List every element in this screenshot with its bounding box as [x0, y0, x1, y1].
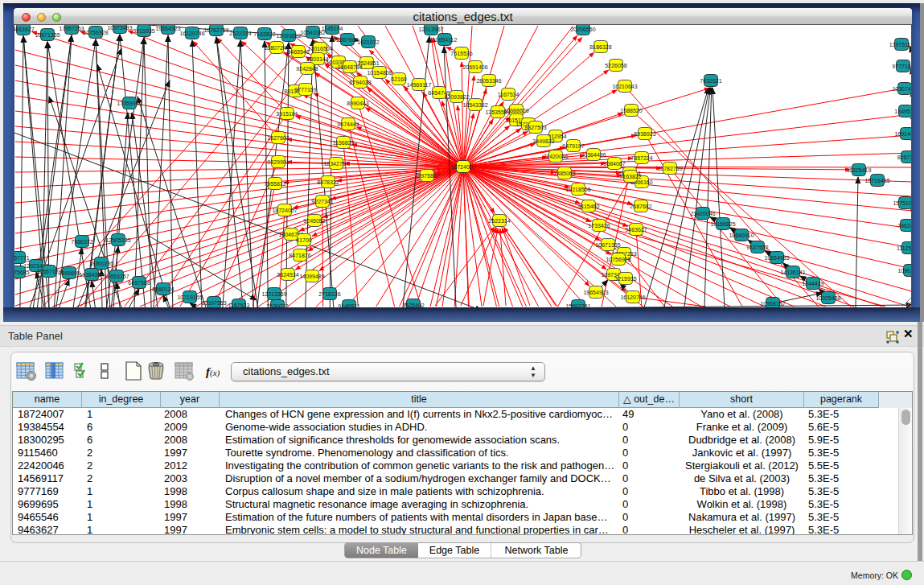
svg-text:16120746: 16120746 — [620, 295, 645, 300]
svg-text:10025488: 10025488 — [815, 295, 840, 301]
svg-text:17016504: 17016504 — [307, 46, 332, 51]
svg-text:20206550: 20206550 — [570, 27, 595, 32]
svg-text:7632621: 7632621 — [700, 78, 721, 84]
svg-text:1145194: 1145194 — [322, 26, 343, 31]
node-table-tab[interactable]: Node Table — [345, 543, 418, 558]
svg-text:8471876: 8471876 — [289, 253, 310, 258]
svg-text:7625402: 7625402 — [402, 303, 424, 308]
svg-text:9227341: 9227341 — [311, 199, 333, 204]
svg-text:14136141: 14136141 — [780, 270, 805, 275]
svg-text:10154808: 10154808 — [367, 70, 392, 76]
svg-text:2522314: 2522314 — [488, 218, 510, 224]
cytoscape-window: citations_edges.txt — [0, 0, 924, 585]
svg-text:1349578: 1349578 — [894, 109, 912, 114]
svg-text:9327503: 9327503 — [524, 125, 546, 130]
svg-text:7485063: 7485063 — [553, 171, 575, 176]
svg-text:14099489: 14099489 — [299, 274, 324, 279]
svg-text:9242848: 9242848 — [296, 66, 318, 72]
svg-text:8186328: 8186328 — [589, 44, 611, 50]
svg-text:16648784: 16648784 — [337, 64, 362, 70]
table-panel-header: Table Panel — [0, 325, 924, 347]
network-table-tab[interactable]: Network Table — [491, 543, 581, 558]
svg-text:8878332: 8878332 — [317, 179, 339, 185]
svg-text:7955812: 7955812 — [264, 181, 285, 187]
svg-text:10654112: 10654112 — [433, 37, 458, 43]
svg-text:13535594: 13535594 — [485, 109, 510, 115]
svg-text:1733426: 1733426 — [588, 223, 610, 229]
svg-text:1244419: 1244419 — [802, 281, 823, 286]
svg-text:1621072: 1621072 — [357, 39, 379, 45]
svg-text:9463627: 9463627 — [14, 27, 35, 32]
table-tabs: Node Table Edge Table Network Table — [344, 542, 581, 558]
svg-text:16782759: 16782759 — [203, 27, 228, 33]
svg-text:9699695: 9699695 — [58, 270, 80, 276]
svg-text:7515536: 7515536 — [450, 51, 472, 56]
svg-text:9684067: 9684067 — [603, 161, 625, 167]
svg-text:7986372: 7986372 — [71, 239, 92, 245]
svg-text:22420046: 22420046 — [543, 154, 568, 159]
svg-text:6479197: 6479197 — [562, 143, 584, 149]
svg-text:3915161: 3915161 — [276, 111, 298, 117]
svg-text:18640910: 18640910 — [729, 233, 754, 238]
svg-text:9245052: 9245052 — [303, 218, 325, 224]
svg-text:9115460: 9115460 — [578, 204, 600, 209]
network-canvas: 9463627 10671355 17957253 10756928 10973… — [14, 25, 912, 307]
svg-text:7163822: 7163822 — [253, 31, 275, 37]
svg-text:62160: 62160 — [391, 76, 407, 82]
svg-text:23420046: 23420046 — [690, 211, 715, 216]
svg-text:19654923: 19654923 — [155, 26, 180, 31]
svg-text:10653257: 10653257 — [104, 274, 129, 279]
edge-table-tab[interactable]: Edge Table — [418, 543, 491, 558]
svg-text:10671355: 10671355 — [595, 242, 620, 248]
svg-text:19654985: 19654985 — [764, 255, 789, 261]
svg-text:2530022: 2530022 — [266, 303, 288, 308]
svg-text:2522314: 2522314 — [229, 31, 251, 36]
svg-text:15751074: 15751074 — [893, 200, 912, 206]
svg-text:12505135: 12505135 — [105, 237, 130, 243]
svg-text:7163822: 7163822 — [619, 174, 641, 179]
svg-text:3215935: 3215935 — [133, 28, 154, 34]
svg-text:6794028: 6794028 — [349, 80, 371, 85]
svg-text:16914479: 16914479 — [894, 131, 912, 137]
svg-text:19166825: 19166825 — [710, 221, 735, 227]
svg-text:8990443: 8990443 — [347, 101, 368, 106]
svg-text:10961758: 10961758 — [897, 268, 912, 274]
svg-text:1156829: 1156829 — [333, 140, 355, 146]
svg-text:7857224: 7857224 — [630, 155, 652, 161]
svg-text:16210643: 16210643 — [612, 84, 637, 89]
svg-text:12342757: 12342757 — [323, 161, 348, 167]
svg-text:15716485: 15716485 — [864, 178, 889, 183]
svg-text:3215935: 3215935 — [614, 276, 636, 282]
table-chooser[interactable]: citations_edges.txt▲▼ — [231, 362, 545, 381]
svg-text:9777169: 9777169 — [892, 64, 912, 69]
svg-text:12213967: 12213967 — [418, 27, 443, 32]
svg-text:9465546: 9465546 — [287, 49, 309, 55]
svg-text:9777169: 9777169 — [294, 87, 316, 93]
svg-text:20691406: 20691406 — [462, 64, 487, 70]
svg-text:10107553: 10107553 — [201, 300, 226, 306]
node-table: namein_degreeyeartitle△ out_de…shortpage… — [12, 391, 913, 535]
svg-text:11125419: 11125419 — [897, 245, 912, 251]
svg-text:2867608: 2867608 — [336, 37, 358, 43]
close[interactable]: ✕ — [903, 327, 914, 341]
svg-text:12213369: 12213369 — [261, 291, 286, 297]
svg-text:10756928: 10756928 — [83, 30, 108, 35]
svg-text:1588520: 1588520 — [620, 108, 642, 113]
svg-text:19218506: 19218506 — [565, 187, 590, 192]
svg-text:28053346: 28053346 — [476, 78, 501, 84]
svg-text:9146821: 9146821 — [338, 303, 359, 308]
svg-text:18724007: 18724007 — [450, 164, 475, 170]
svg-text:10958107: 10958107 — [760, 301, 785, 307]
svg-text:10307457: 10307457 — [892, 86, 912, 92]
svg-text:23975887: 23975887 — [414, 173, 439, 179]
titlebar: citations_edges.txt — [14, 8, 912, 25]
svg-text:20364436: 20364436 — [581, 152, 606, 158]
svg-text:6497568: 6497568 — [128, 280, 150, 286]
status-bar: Memory: OK — [0, 562, 924, 585]
svg-text:9474444: 9474444 — [337, 122, 359, 127]
svg-text:10973493: 10973493 — [107, 25, 132, 31]
svg-text:3449822: 3449822 — [532, 138, 554, 144]
svg-text:15692351: 15692351 — [565, 303, 590, 308]
svg-text:10671355: 10671355 — [35, 32, 60, 38]
svg-text:18724007: 18724007 — [272, 208, 297, 213]
